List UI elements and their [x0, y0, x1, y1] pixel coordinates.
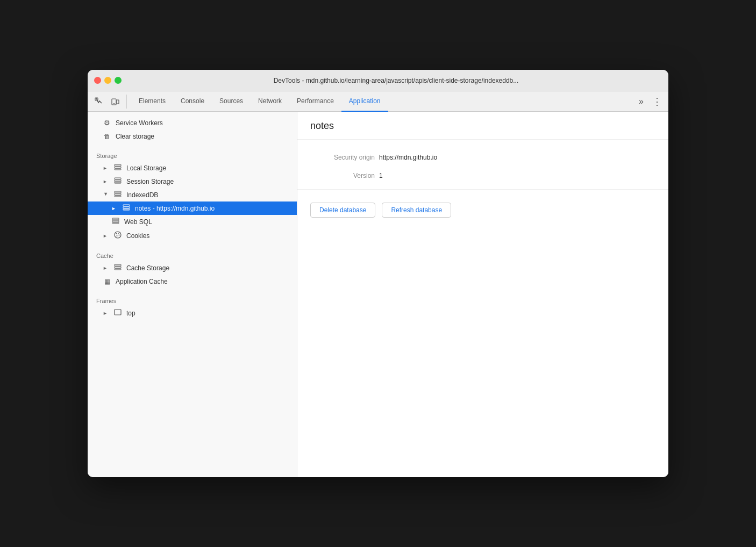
sidebar-item-session-storage[interactable]: ► Session Storage: [88, 175, 297, 188]
title-bar: DevTools - mdn.github.io/learning-area/j…: [88, 70, 668, 91]
sidebar-item-service-workers[interactable]: Service Workers: [88, 116, 297, 129]
frames-section-header: Frames: [88, 292, 297, 306]
sidebar: Service Workers Clear storage Storage ► …: [88, 112, 297, 477]
svg-rect-6: [115, 169, 121, 170]
svg-rect-15: [123, 209, 130, 210]
cache-storage-icon: [113, 264, 122, 272]
maximize-button[interactable]: [115, 77, 122, 84]
sidebar-item-cache-storage[interactable]: ► Cache Storage: [88, 261, 297, 275]
svg-rect-8: [115, 180, 121, 182]
action-buttons: Delete database Refresh database: [297, 194, 668, 226]
svg-rect-18: [112, 222, 119, 224]
sidebar-item-web-sql[interactable]: Web SQL: [88, 215, 297, 228]
svg-rect-24: [115, 264, 121, 266]
sidebar-item-application-cache[interactable]: Application Cache: [88, 275, 297, 288]
svg-point-22: [119, 235, 120, 236]
panel-title: notes: [310, 120, 655, 132]
cookies-icon: [113, 231, 122, 240]
window-title: DevTools - mdn.github.io/learning-area/j…: [130, 77, 662, 84]
sidebar-item-notes-db[interactable]: ► notes - https://mdn.github.io: [88, 201, 297, 215]
trash-icon: [103, 132, 111, 140]
svg-rect-17: [112, 220, 119, 222]
sidebar-item-indexeddb[interactable]: ► IndexedDB: [88, 188, 297, 201]
svg-rect-25: [115, 267, 121, 268]
security-origin-row: Security origin https://mdn.github.io: [297, 148, 668, 167]
notes-db-icon: [122, 204, 131, 212]
delete-database-button[interactable]: Delete database: [310, 203, 375, 218]
indexeddb-icon: [113, 191, 122, 199]
svg-rect-9: [115, 182, 121, 183]
svg-rect-16: [112, 218, 119, 220]
devtools-icons: [92, 95, 127, 109]
svg-rect-4: [115, 164, 121, 166]
svg-rect-11: [115, 193, 121, 195]
expand-arrow-top: ►: [103, 311, 109, 316]
expand-arrow-notes-db: ►: [111, 206, 118, 211]
expand-arrow-local-storage: ►: [103, 165, 109, 171]
tab-elements[interactable]: Elements: [131, 91, 173, 112]
expand-arrow-cookies: ►: [103, 233, 109, 239]
storage-section-header: Storage: [88, 147, 297, 161]
svg-rect-26: [115, 269, 121, 270]
svg-rect-5: [115, 167, 121, 168]
web-sql-icon: [111, 218, 120, 226]
tab-bar: Elements Console Sources Network Perform…: [88, 91, 668, 112]
devtools-window: DevTools - mdn.github.io/learning-area/j…: [88, 70, 668, 477]
application-cache-icon: [103, 277, 111, 285]
device-toolbar-icon[interactable]: [108, 95, 122, 109]
svg-rect-10: [115, 191, 121, 193]
svg-point-21: [118, 233, 119, 234]
svg-point-20: [116, 233, 117, 234]
svg-rect-14: [123, 207, 130, 208]
tab-network[interactable]: Network: [251, 91, 289, 112]
main-content: Service Workers Clear storage Storage ► …: [88, 112, 668, 477]
close-button[interactable]: [94, 77, 101, 84]
local-storage-icon: [113, 164, 122, 172]
version-label: Version: [310, 172, 375, 179]
sidebar-item-top-frame[interactable]: ► top: [88, 306, 297, 320]
security-origin-value: https://mdn.github.io: [379, 154, 437, 161]
minimize-button[interactable]: [104, 77, 111, 84]
tab-application[interactable]: Application: [341, 91, 388, 112]
divider: [297, 189, 668, 190]
panel-header: notes: [297, 112, 668, 140]
tab-sources[interactable]: Sources: [212, 91, 251, 112]
refresh-database-button[interactable]: Refresh database: [382, 203, 451, 218]
sidebar-item-local-storage[interactable]: ► Local Storage: [88, 161, 297, 175]
session-storage-icon: [113, 177, 122, 185]
traffic-lights: [94, 77, 122, 84]
svg-rect-12: [115, 196, 121, 197]
svg-rect-7: [115, 178, 121, 179]
svg-rect-27: [115, 310, 121, 315]
tab-performance[interactable]: Performance: [289, 91, 341, 112]
cache-section-header: Cache: [88, 247, 297, 261]
inspect-icon[interactable]: [92, 95, 106, 109]
expand-arrow-indexeddb: ►: [103, 192, 109, 198]
gear-icon: [103, 119, 111, 127]
top-frame-icon: [113, 309, 122, 317]
sidebar-item-clear-storage[interactable]: Clear storage: [88, 129, 297, 143]
devtools-menu-button[interactable]: ⋮: [650, 95, 664, 109]
expand-arrow-session-storage: ►: [103, 179, 109, 184]
svg-rect-13: [123, 205, 130, 206]
security-origin-label: Security origin: [310, 154, 375, 161]
svg-rect-2: [117, 100, 119, 104]
tab-console[interactable]: Console: [173, 91, 212, 112]
more-tabs-button[interactable]: »: [634, 91, 648, 112]
right-panel: notes Security origin https://mdn.github…: [297, 112, 668, 477]
version-value: 1: [379, 172, 383, 179]
expand-arrow-cache-storage: ►: [103, 265, 109, 271]
version-row: Version 1: [297, 167, 668, 185]
svg-point-19: [115, 232, 121, 238]
svg-point-23: [117, 235, 118, 236]
sidebar-item-cookies[interactable]: ► Cookies: [88, 228, 297, 243]
tab-list: Elements Console Sources Network Perform…: [131, 91, 634, 112]
